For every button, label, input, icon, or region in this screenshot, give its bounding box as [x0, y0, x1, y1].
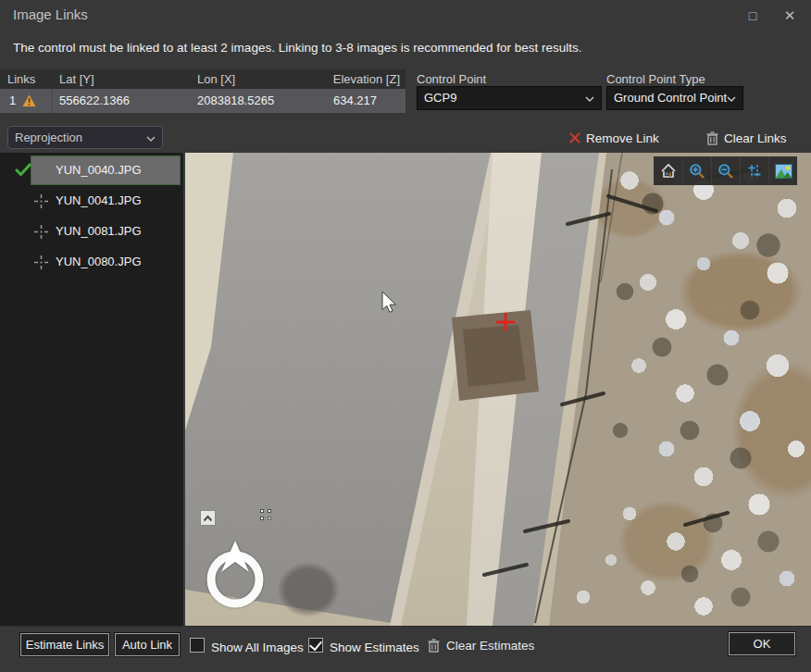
col-header-lat[interactable]: Lat [Y] — [59, 69, 94, 89]
close-button[interactable]: ✕ — [774, 4, 805, 28]
image-list-item[interactable]: YUN_0080.JPG — [0, 247, 183, 278]
crosshair-icon — [34, 225, 48, 239]
zoom-out-icon — [717, 163, 734, 180]
cell-lon: 2083818.5265 — [197, 89, 274, 113]
show-all-images-checkbox[interactable] — [190, 638, 205, 653]
aerial-shadow-blob — [267, 553, 350, 626]
trash-icon — [428, 639, 440, 653]
ok-button[interactable]: OK — [729, 632, 795, 655]
link-table-header: Links Lat [Y] Lon [X] Elevation [Z] — [0, 69, 406, 89]
image-list-item[interactable]: YUN_0040.JPG — [0, 156, 183, 186]
warning-icon — [22, 94, 36, 107]
compass-north-arrow[interactable] — [203, 539, 268, 611]
reprojection-value: Reprojection — [15, 131, 82, 144]
col-header-elevation[interactable]: Elevation [Z] — [278, 69, 400, 89]
image-viewer[interactable] — [185, 153, 811, 626]
home-icon — [660, 163, 677, 180]
chevron-down-icon — [146, 136, 156, 143]
collapse-button[interactable] — [200, 510, 216, 526]
cell-elevation: 634.217 — [333, 89, 377, 113]
column-divider — [52, 89, 53, 113]
image-icon — [775, 164, 792, 179]
show-estimates-label: Show Estimates — [330, 641, 419, 654]
col-header-lon[interactable]: Lon [X] — [197, 69, 235, 89]
control-point-type-value: Ground Control Point — [614, 91, 727, 105]
image-name: YUN_0080.JPG — [56, 255, 142, 268]
image-list-item[interactable]: YUN_0041.JPG — [0, 186, 183, 217]
trash-icon — [706, 131, 718, 145]
image-name: YUN_0081.JPG — [56, 224, 142, 238]
chevron-down-icon — [585, 96, 594, 103]
show-estimates-checkbox[interactable] — [308, 638, 323, 653]
control-point-type-label: Control Point Type — [606, 72, 705, 86]
image-list-item[interactable]: YUN_0081.JPG — [0, 217, 183, 247]
estimate-links-button[interactable]: Estimate Links — [20, 633, 109, 656]
footer-bar: Estimate Links Auto Link Show All Images… — [0, 626, 811, 672]
info-text: The control must be linked to at least 2… — [13, 41, 582, 55]
zoom-in-icon — [689, 163, 705, 180]
viewer-toolbar — [654, 156, 797, 185]
zoom-in-button[interactable] — [682, 156, 711, 185]
image-links-dialog: Image Links □ ✕ The control must be link… — [0, 0, 811, 672]
sliders-icon — [746, 163, 763, 180]
clear-links-label: Clear Links — [724, 131, 787, 145]
cell-links: 1 — [9, 89, 16, 113]
window-title: Image Links — [13, 6, 88, 22]
image-name: YUN_0040.JPG — [56, 163, 142, 177]
auto-link-button[interactable]: Auto Link — [115, 633, 180, 656]
clear-estimates-label: Clear Estimates — [446, 639, 534, 653]
cell-lat: 556622.1366 — [59, 89, 130, 113]
reprojection-select[interactable]: Reprojection — [7, 126, 163, 149]
link-table: Links Lat [Y] Lon [X] Elevation [Z] 1 55… — [0, 69, 406, 113]
crosshair-icon — [34, 255, 48, 269]
chevron-down-icon — [727, 96, 736, 103]
fixed-zoom-button[interactable] — [740, 156, 768, 185]
col-header-links[interactable]: Links — [7, 69, 35, 89]
crosshair-icon — [34, 194, 48, 208]
red-x-icon — [569, 132, 580, 143]
control-point-select[interactable]: GCP9 — [417, 86, 602, 110]
remove-link-button[interactable]: Remove Link — [569, 129, 659, 147]
clear-estimates-button[interactable]: Clear Estimates — [428, 639, 534, 653]
selection-anchor-icon — [260, 509, 272, 522]
image-display-button[interactable] — [768, 156, 797, 185]
control-point-value: GCP9 — [424, 91, 456, 105]
image-list: YUN_0040.JPG YUN_0041.JPG YUN_0081.JPG — [0, 153, 185, 626]
image-name: YUN_0041.JPG — [56, 193, 142, 207]
remove-link-label: Remove Link — [586, 131, 659, 145]
control-point-label: Control Point — [417, 72, 486, 86]
check-icon — [15, 163, 31, 176]
zoom-out-button[interactable] — [711, 156, 740, 185]
link-table-row[interactable]: 1 556622.1366 2083818.5265 634.217 — [0, 89, 406, 113]
show-all-images-label: Show All Images — [211, 641, 304, 654]
chevron-up-icon — [203, 515, 213, 522]
maximize-button[interactable]: □ — [737, 4, 768, 28]
clear-links-button[interactable]: Clear Links — [706, 129, 787, 147]
full-extent-button[interactable] — [654, 156, 682, 185]
titlebar[interactable]: Image Links □ ✕ — [0, 0, 811, 30]
control-point-type-select[interactable]: Ground Control Point — [606, 86, 743, 110]
